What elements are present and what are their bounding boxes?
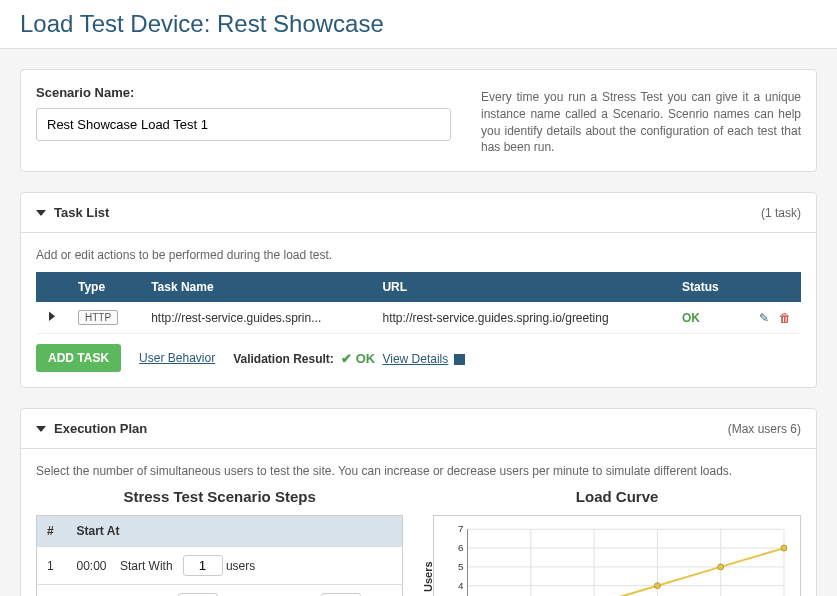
view-details-link[interactable]: View Details bbox=[382, 352, 448, 366]
execution-plan-title: Execution Plan bbox=[54, 421, 147, 436]
task-list-title: Task List bbox=[54, 205, 109, 220]
steps-title: Stress Test Scenario Steps bbox=[36, 488, 403, 505]
add-task-button[interactable]: ADD TASK bbox=[36, 344, 121, 372]
y-axis-label: Users bbox=[422, 561, 434, 592]
execution-help: Select the number of simultaneous users … bbox=[36, 464, 801, 478]
svg-point-32 bbox=[718, 564, 724, 570]
step-row: 2 00:00 Raise By users per min. for min.… bbox=[37, 585, 403, 596]
status-badge: OK bbox=[682, 311, 700, 325]
execution-plan-panel: Execution Plan (Max users 6) Select the … bbox=[20, 408, 817, 596]
scenario-name-label: Scenario Name: bbox=[36, 85, 451, 100]
max-users-text: (Max users 6) bbox=[728, 422, 801, 436]
step-suffix: users bbox=[226, 559, 255, 573]
task-list-panel: Task List (1 task) Add or edit actions t… bbox=[20, 192, 817, 388]
step-value-input[interactable] bbox=[183, 555, 223, 576]
delete-icon[interactable]: 🗑 bbox=[779, 311, 791, 325]
col-status: Status bbox=[672, 272, 741, 302]
col-start-at: Start At bbox=[67, 516, 403, 547]
check-icon: ✔ bbox=[337, 351, 352, 366]
steps-table: # Start At 1 00:00 Start With bbox=[36, 515, 403, 596]
svg-text:4: 4 bbox=[458, 580, 464, 591]
col-type: Type bbox=[68, 272, 141, 302]
chevron-down-icon bbox=[36, 210, 46, 216]
scenario-name-input[interactable] bbox=[36, 108, 451, 141]
task-name-cell: http://rest-service.guides.sprin... bbox=[141, 302, 372, 334]
task-count: (1 task) bbox=[761, 206, 801, 220]
step-row: 1 00:00 Start With users bbox=[37, 547, 403, 585]
load-curve-title: Load Curve bbox=[433, 488, 801, 505]
task-list-help: Add or edit actions to be performed duri… bbox=[36, 248, 801, 262]
svg-text:7: 7 bbox=[458, 523, 463, 534]
validation-result-label: Validation Result: bbox=[233, 352, 334, 366]
expand-row-icon[interactable] bbox=[46, 310, 58, 322]
step-action: Start With bbox=[120, 559, 173, 573]
external-link-icon[interactable] bbox=[454, 354, 465, 365]
scenario-panel: Scenario Name: Every time you run a Stre… bbox=[20, 69, 817, 172]
svg-text:6: 6 bbox=[458, 542, 464, 553]
svg-point-31 bbox=[655, 583, 661, 589]
step-num: 2 bbox=[37, 585, 67, 596]
scenario-help-text: Every time you run a Stress Test you can… bbox=[481, 85, 801, 156]
col-name: Task Name bbox=[141, 272, 372, 302]
user-behavior-link[interactable]: User Behavior bbox=[139, 351, 215, 365]
chevron-down-icon bbox=[36, 426, 46, 432]
http-badge: HTTP bbox=[78, 310, 118, 325]
table-row: HTTP http://rest-service.guides.sprin...… bbox=[36, 302, 801, 334]
task-list-header[interactable]: Task List (1 task) bbox=[21, 193, 816, 233]
execution-plan-header[interactable]: Execution Plan (Max users 6) bbox=[21, 409, 816, 449]
col-url: URL bbox=[372, 272, 672, 302]
step-start-at: 00:00 bbox=[77, 559, 107, 573]
svg-text:5: 5 bbox=[458, 561, 464, 572]
task-table: Type Task Name URL Status HTTP http://re… bbox=[36, 272, 801, 334]
page-title: Load Test Device: Rest Showcase bbox=[0, 0, 837, 49]
svg-point-33 bbox=[781, 545, 787, 551]
validation-status: OK bbox=[356, 351, 376, 366]
load-curve-chart: 123456700:0001:0002:0003:0004:0005:00 Us… bbox=[433, 515, 801, 596]
task-url-cell: http://rest-service.guides.spring.io/gre… bbox=[372, 302, 672, 334]
edit-icon[interactable]: ✎ bbox=[759, 311, 769, 325]
col-num: # bbox=[37, 516, 67, 547]
step-num: 1 bbox=[37, 547, 67, 585]
